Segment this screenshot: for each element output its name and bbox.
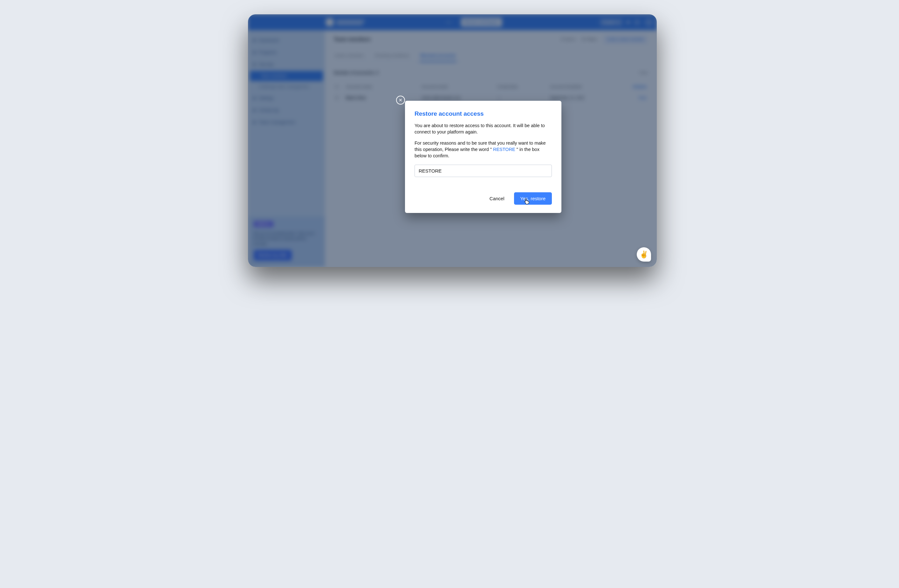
- yes-restore-button[interactable]: Yes, restore: [514, 192, 552, 205]
- restore-keyword: RESTORE: [493, 147, 515, 152]
- modal-title: Restore account access: [414, 110, 552, 117]
- modal-description-2: For security reasons and to be sure that…: [414, 140, 552, 159]
- cancel-button[interactable]: Cancel: [488, 196, 507, 202]
- confirm-keyword-input[interactable]: [414, 165, 552, 177]
- close-icon[interactable]: ✕: [396, 96, 405, 105]
- restore-access-modal: ✕ Restore account access You are about t…: [405, 101, 561, 213]
- chat-widget-button[interactable]: ✌️: [637, 247, 651, 262]
- modal-description-1: You are about to restore access to this …: [414, 122, 552, 136]
- peace-emoji-icon: ✌️: [639, 250, 648, 259]
